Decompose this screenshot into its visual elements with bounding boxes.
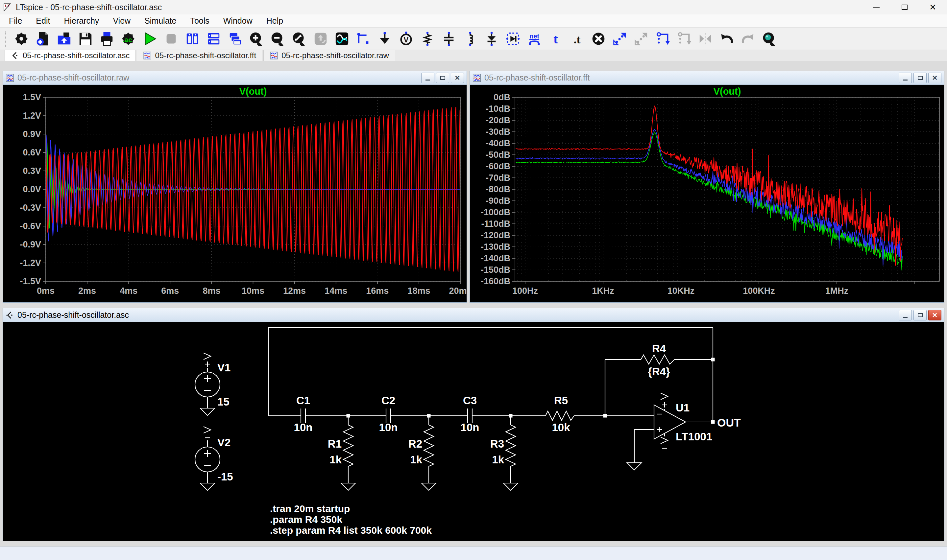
toolbar-undo-button[interactable] <box>719 31 735 47</box>
copy-icon <box>655 31 670 46</box>
schematic-canvas[interactable]: V1 15 V2 -15 C1 10n C2 10n C3 10n R1 1k … <box>3 322 944 541</box>
component-ref: C1 <box>296 394 310 406</box>
toolbar-spice-directive-button[interactable]: .t <box>569 31 585 47</box>
toolbar-net-label-button[interactable]: net <box>527 31 542 47</box>
menu-item-edit[interactable]: Edit <box>29 14 57 28</box>
svg-text:-1.5V: -1.5V <box>20 276 41 286</box>
menu-item-window[interactable]: Window <box>216 14 259 28</box>
menu-item-tools[interactable]: Tools <box>183 14 216 28</box>
svg-text:1.5V: 1.5V <box>23 92 41 102</box>
toolbar-component-button[interactable] <box>505 31 521 47</box>
menu-item-simulate[interactable]: Simulate <box>137 14 183 28</box>
svg-text:-30dB: -30dB <box>486 127 510 137</box>
raw-close-button[interactable]: ✕ <box>451 72 464 83</box>
component-value: {R4} <box>648 365 670 378</box>
toolbar-text-button[interactable]: t <box>548 31 564 47</box>
svg-text:-100dB: -100dB <box>481 208 510 217</box>
plot-window-icon <box>6 74 14 82</box>
toolbar-zoom-out-button[interactable] <box>270 31 286 47</box>
maximize-icon <box>440 76 445 80</box>
fft-close-button[interactable]: ✕ <box>928 72 941 83</box>
toolbar-tile-horizontal-button[interactable] <box>206 31 222 47</box>
toolbar-zoom-in-button[interactable] <box>249 31 264 47</box>
toolbar-new-schematic-button[interactable] <box>35 31 51 47</box>
raw-minimize-button[interactable] <box>421 72 434 83</box>
toolbar-save-button[interactable] <box>78 31 93 47</box>
toolbar-zoom-fit-button[interactable] <box>291 31 307 47</box>
window-maximize-button[interactable] <box>890 0 919 14</box>
svg-text:-110dB: -110dB <box>481 219 510 229</box>
fft-maximize-button[interactable] <box>913 72 927 83</box>
toolbar-move-button[interactable] <box>612 31 628 47</box>
fft-window-titlebar[interactable]: 05-rc-phase-shift-oscillator.fft ✕ <box>470 71 944 85</box>
raw-plot-window: 05-rc-phase-shift-oscillator.raw ✕ 1.5V1… <box>3 71 467 303</box>
toolbar-ground-button[interactable] <box>377 31 393 47</box>
tab-raw[interactable]: 05-rc-phase-shift-oscillator.raw <box>263 50 395 61</box>
svg-text:-160dB: -160dB <box>481 276 510 286</box>
toolbar-resistor-button[interactable] <box>420 31 435 47</box>
toolbar-diode-button[interactable] <box>484 31 499 47</box>
toolbar-inductor-button[interactable] <box>462 31 478 47</box>
component-value: 10n <box>294 421 313 434</box>
plot-file-icon <box>143 51 152 60</box>
minimize-icon <box>903 80 907 80</box>
svg-text:10ms: 10ms <box>242 286 264 296</box>
minimize-icon <box>903 317 907 318</box>
window-close-button[interactable]: ✕ <box>919 0 947 14</box>
svg-text:0.9V: 0.9V <box>23 129 41 139</box>
toolbar-open-button[interactable] <box>56 31 72 47</box>
tab-fft[interactable]: 05-rc-phase-shift-oscillator.fft <box>137 50 262 61</box>
status-bar <box>0 546 947 560</box>
fft-plot-canvas[interactable]: 0dB-10dB-20dB-30dB-40dB-50dB-60dB-70dB-8… <box>470 85 944 302</box>
schematic-window-titlebar[interactable]: 05-rc-phase-shift-oscillator.asc ✕ <box>3 308 944 322</box>
toolbar-control-panel-button[interactable] <box>14 31 29 47</box>
toolbar-simulation-command-button[interactable]: .ac <box>120 31 136 47</box>
menu-item-hierarchy[interactable]: Hierarchy <box>57 14 106 28</box>
diode-icon <box>484 31 499 46</box>
plot-window-icon <box>473 74 481 82</box>
toolbar-voltage-source-button[interactable]: V <box>398 31 414 47</box>
toolbar-paste-button[interactable] <box>676 31 692 47</box>
toolbar-print-button[interactable] <box>99 31 115 47</box>
run-icon <box>142 31 157 46</box>
raw-window-titlebar[interactable]: 05-rc-phase-shift-oscillator.raw ✕ <box>3 71 467 85</box>
schematic-maximize-button[interactable] <box>913 310 927 320</box>
toolbar-capacitor-button[interactable] <box>441 31 457 47</box>
component-value: 1k <box>410 454 422 466</box>
toolbar-run-button[interactable] <box>142 31 157 47</box>
svg-text:.ac: .ac <box>123 35 132 43</box>
toolbar-redo-button[interactable] <box>740 31 756 47</box>
toolbar-tile-vertical-button[interactable] <box>185 31 200 47</box>
component-icon <box>505 31 520 46</box>
window-minimize-button[interactable] <box>862 0 890 14</box>
tab-schematic[interactable]: 05-rc-phase-shift-oscillator.asc <box>5 50 136 61</box>
maximize-icon <box>902 5 907 10</box>
menu-item-file[interactable]: File <box>2 14 29 28</box>
svg-text:8ms: 8ms <box>203 286 220 296</box>
toolbar-find-button[interactable] <box>762 31 777 47</box>
toolbar-cascade-windows-button[interactable] <box>227 31 243 47</box>
toolbar-drag-button[interactable] <box>633 31 649 47</box>
schematic-window: 05-rc-phase-shift-oscillator.asc ✕ <box>3 308 944 541</box>
toolbar-zoom-back-button[interactable] <box>313 31 328 47</box>
component-value: 1k <box>492 454 504 466</box>
component-ref: C3 <box>463 394 477 406</box>
raw-maximize-button[interactable] <box>436 72 449 83</box>
toolbar-mirror-button[interactable] <box>698 31 713 47</box>
schematic-minimize-button[interactable] <box>899 310 912 320</box>
raw-plot-canvas[interactable]: 1.5V1.2V0.9V0.6V0.3V0.0V-0.3V-0.6V-0.9V-… <box>3 85 467 302</box>
svg-text:-0.9V: -0.9V <box>20 240 41 249</box>
schematic-close-button[interactable]: ✕ <box>928 310 941 320</box>
menu-item-view[interactable]: View <box>106 14 137 28</box>
toolbar-delete-button[interactable] <box>591 31 606 47</box>
component-value: LT1001 <box>676 431 712 443</box>
fft-minimize-button[interactable] <box>899 72 912 83</box>
menu-item-help[interactable]: Help <box>259 14 290 28</box>
toolbar-waveform-button[interactable] <box>334 31 350 47</box>
toolbar-halt-button[interactable] <box>163 31 179 47</box>
toolbar-wire-button[interactable] <box>356 31 371 47</box>
toolbar-copy-button[interactable] <box>655 31 670 47</box>
window-title: LTspice - 05-rc-phase-shift-oscillator.a… <box>16 3 162 12</box>
spice-directive: .step param R4 list 350k 600k 700k <box>270 525 432 536</box>
inductor-icon <box>463 31 478 46</box>
